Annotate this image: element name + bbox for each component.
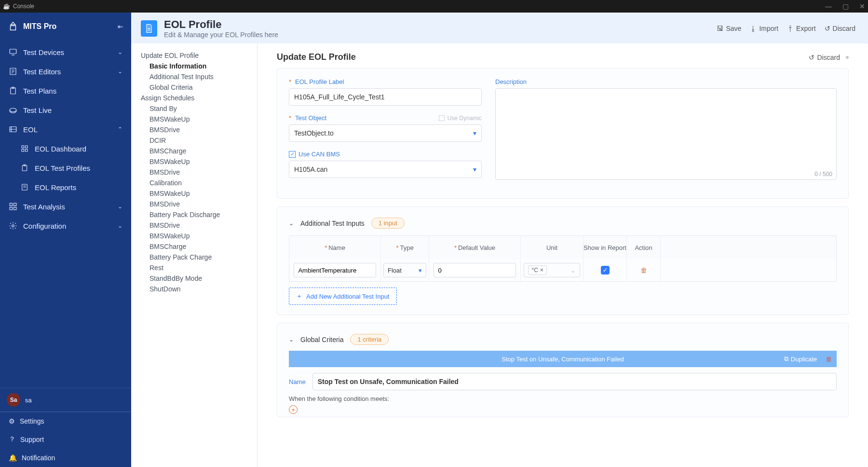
description-counter: 0 / 500 — [814, 171, 832, 178]
row-unit-select[interactable]: °C×⌄ — [524, 263, 580, 277]
svg-rect-0 — [11, 26, 16, 30]
svg-rect-7 — [22, 146, 24, 148]
gear-icon — [9, 221, 17, 230]
additional-inputs-table: Name Type Default Value Unit Show in Rep… — [289, 235, 837, 282]
outline-heading[interactable]: Assign Schedules — [141, 93, 253, 103]
sidebar: MITS Pro ⇤ Test Devices ⌄ Test Editors ⌄… — [0, 13, 131, 467]
form-discard-button[interactable]: ↺Discard — [809, 54, 840, 61]
add-condition-button[interactable]: + — [289, 405, 298, 414]
close-icon[interactable]: ✕ — [859, 2, 865, 10]
criteria-bar[interactable]: Stop Test on Unsafe, Communication Faile… — [289, 351, 837, 367]
outline-item[interactable]: BMSDrive — [141, 124, 253, 135]
delete-criteria-button[interactable]: 🗑 — [826, 356, 832, 363]
outline-item[interactable]: Basic Information — [141, 61, 253, 71]
copy-icon: ⧉ — [784, 355, 788, 363]
outline-item[interactable]: BMSDrive — [141, 167, 253, 178]
footer-notification[interactable]: 🔔Notification — [0, 449, 131, 467]
outline-item[interactable]: Global Criteria — [141, 82, 253, 93]
sidebar-item-eol-reports[interactable]: EOL Reports — [0, 178, 131, 197]
outline-item[interactable]: BMSCharge — [141, 146, 253, 156]
window-title: Console — [13, 3, 34, 10]
svg-rect-10 — [25, 149, 27, 151]
chevron-down-icon[interactable]: ⌄ — [289, 336, 294, 343]
outline-item[interactable]: BMSDrive — [141, 199, 253, 209]
outline-item[interactable]: BMSDrive — [141, 220, 253, 231]
label-test-object: Test Object — [289, 114, 326, 122]
export-button[interactable]: ⭱Export — [787, 25, 815, 32]
outline-item[interactable]: ShutDown — [141, 284, 253, 294]
sidebar-item-eol-test-profiles[interactable]: EOL Test Profiles — [0, 158, 131, 178]
row-delete-button[interactable]: 🗑 — [640, 266, 647, 274]
sidebar-item-test-editors[interactable]: Test Editors ⌄ — [0, 62, 131, 81]
outline-heading[interactable]: Update EOL Profile — [141, 50, 253, 61]
collapse-sidebar-icon[interactable]: ⇤ — [118, 23, 123, 30]
criteria-name-input[interactable] — [312, 373, 837, 390]
outline-item[interactable]: BMSWakeUp — [141, 231, 253, 241]
footer-support[interactable]: ？Support — [0, 430, 131, 449]
description-textarea[interactable]: 0 / 500 — [495, 88, 837, 180]
save-button[interactable]: 🖫Save — [717, 25, 741, 32]
grid-icon — [20, 144, 29, 153]
user-block[interactable]: Sa sa — [0, 388, 131, 412]
brand-logo-icon — [8, 21, 18, 32]
outline-panel: Update EOL Profile Basic Information Add… — [131, 43, 258, 467]
sidebar-item-configuration[interactable]: Configuration ⌄ — [0, 216, 131, 235]
sidebar-item-test-analysis[interactable]: Test Analysis ⌄ — [0, 197, 131, 216]
test-object-select[interactable]: TestObject.to▾ — [289, 124, 482, 142]
sidebar-item-eol[interactable]: EOL ⌃ — [0, 120, 131, 139]
use-dynamic-toggle[interactable]: Use Dynamic — [439, 115, 482, 122]
remove-chip-icon[interactable]: × — [540, 267, 543, 274]
minimize-icon[interactable]: — — [825, 2, 832, 10]
label-profile: EOL Profile Label — [289, 78, 482, 85]
live-icon — [9, 106, 17, 114]
outline-item[interactable]: Battery Pack Discharge — [141, 209, 253, 220]
outline-item[interactable]: Calibration — [141, 178, 253, 188]
sidebar-item-test-live[interactable]: Test Live — [0, 100, 131, 120]
outline-item[interactable]: Additional Test Inputs — [141, 71, 253, 82]
page-subtitle: Edit & Manage your EOL Profiles here — [164, 31, 278, 39]
clipboard-icon — [20, 164, 29, 172]
eol-icon — [9, 125, 17, 134]
duplicate-button[interactable]: ⧉Duplicate — [784, 355, 817, 363]
outline-item[interactable]: Stand By — [141, 103, 253, 114]
footer-settings[interactable]: ⚙Settings — [0, 412, 131, 430]
sidebar-item-eol-dashboard[interactable]: EOL Dashboard — [0, 139, 131, 158]
use-can-bms-checkbox[interactable]: ✓Use CAN BMS — [289, 151, 482, 158]
brand-row: MITS Pro ⇤ — [0, 13, 131, 41]
row-show-checkbox[interactable]: ✓ — [601, 266, 610, 275]
svg-point-18 — [12, 225, 14, 227]
col-show-in-report: Show in Report — [583, 236, 627, 259]
row-type-select[interactable]: Float▾ — [383, 263, 426, 277]
maximize-icon[interactable]: ▢ — [842, 2, 849, 10]
outline-item[interactable]: StandBdBy Mode — [141, 273, 253, 284]
outline-item[interactable]: BMSWakeUp — [141, 188, 253, 199]
chevron-down-icon[interactable]: ⌄ — [289, 220, 294, 227]
eol-profile-label-input[interactable] — [289, 88, 482, 106]
plus-icon: ＋ — [296, 292, 302, 301]
add-additional-input-button[interactable]: ＋Add New Additional Test Input — [289, 288, 397, 305]
row-name-input[interactable] — [294, 263, 376, 277]
row-default-input[interactable] — [434, 263, 515, 277]
main: EOL Profile Edit & Manage your EOL Profi… — [131, 13, 868, 467]
sidebar-footer: ⚙Settings ？Support 🔔Notification — [0, 412, 131, 467]
form-area: Update EOL Profile ↺Discard EOL Profile … — [258, 43, 868, 467]
outline-item[interactable]: Rest — [141, 262, 253, 273]
can-file-select[interactable]: H105A.can▾ — [289, 161, 482, 178]
analysis-icon — [9, 202, 17, 211]
discard-button[interactable]: ↺Discard — [825, 25, 855, 32]
import-button[interactable]: ⭳Import — [750, 25, 778, 32]
chevron-down-icon: ⌄ — [118, 222, 122, 229]
sidebar-item-test-plans[interactable]: Test Plans — [0, 81, 131, 100]
bell-icon: 🔔 — [9, 454, 17, 462]
outline-item[interactable]: BMSWakeUp — [141, 156, 253, 167]
outline-item[interactable]: BMSCharge — [141, 241, 253, 252]
sidebar-item-test-devices[interactable]: Test Devices ⌄ — [0, 42, 131, 62]
caret-down-icon: ⌄ — [570, 267, 576, 274]
outline-item[interactable]: BMSWakeUp — [141, 114, 253, 124]
export-icon: ⭱ — [787, 25, 794, 32]
panel-title: Global Criteria — [300, 336, 343, 343]
outline-item[interactable]: DCIR — [141, 135, 253, 146]
svg-rect-16 — [10, 207, 12, 210]
devices-icon — [9, 48, 17, 56]
outline-item[interactable]: Battery Pack Charge — [141, 252, 253, 262]
